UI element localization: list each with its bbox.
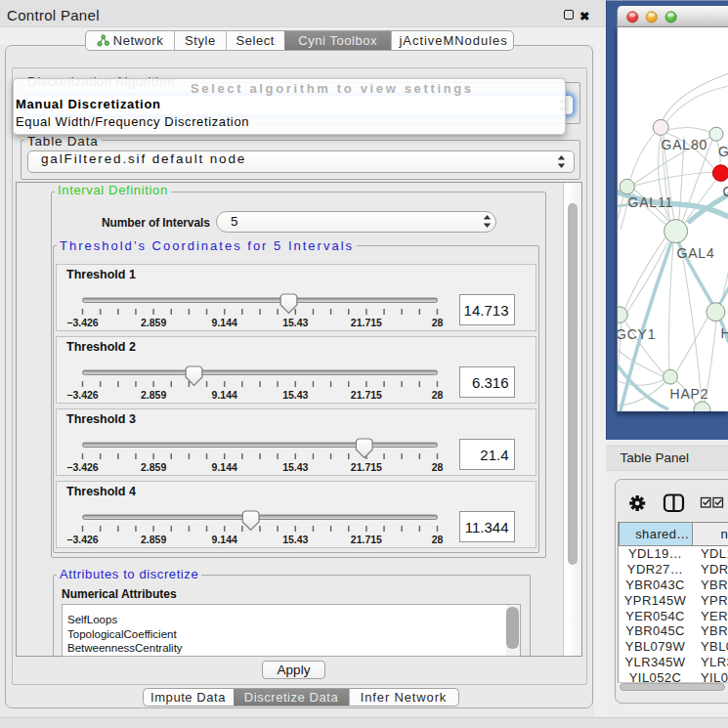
svg-text:15.43: 15.43 — [282, 388, 308, 400]
svg-text:2.859: 2.859 — [141, 460, 166, 472]
svg-text:21.715: 21.715 — [351, 460, 382, 472]
svg-text:21.715: 21.715 — [351, 533, 382, 544]
svg-text:2.859: 2.859 — [141, 533, 166, 544]
svg-text:28: 28 — [432, 388, 444, 400]
svg-text:15.43: 15.43 — [282, 460, 308, 472]
svg-text:−3.426: −3.426 — [66, 460, 99, 472]
svg-text:28: 28 — [432, 460, 444, 472]
svg-text:CY: CY — [723, 184, 728, 199]
svg-text:9.144: 9.144 — [212, 388, 237, 400]
svg-text:28: 28 — [432, 316, 444, 327]
svg-text:9.144: 9.144 — [212, 316, 237, 327]
svg-text:GAL80: GAL80 — [662, 136, 708, 151]
svg-text:−3.426: −3.426 — [66, 533, 99, 544]
svg-text:21.715: 21.715 — [351, 388, 382, 400]
svg-text:GCY1: GCY1 — [618, 326, 656, 342]
svg-text:15.43: 15.43 — [282, 533, 308, 544]
svg-text:H: H — [721, 324, 728, 340]
svg-text:2.859: 2.859 — [141, 388, 166, 400]
svg-text:GAL11: GAL11 — [628, 194, 674, 210]
svg-text:28: 28 — [432, 533, 444, 544]
svg-text:9.144: 9.144 — [212, 460, 237, 472]
svg-text:15.43: 15.43 — [282, 316, 308, 327]
svg-text:HAP2: HAP2 — [670, 385, 709, 401]
svg-text:9.144: 9.144 — [212, 533, 237, 544]
svg-text:2.859: 2.859 — [141, 316, 166, 327]
svg-text:21.715: 21.715 — [351, 316, 382, 327]
svg-text:−3.426: −3.426 — [66, 316, 99, 327]
svg-text:GAL: GAL — [718, 143, 728, 158]
svg-text:GAL4: GAL4 — [677, 244, 715, 260]
svg-text:−3.426: −3.426 — [66, 388, 99, 400]
